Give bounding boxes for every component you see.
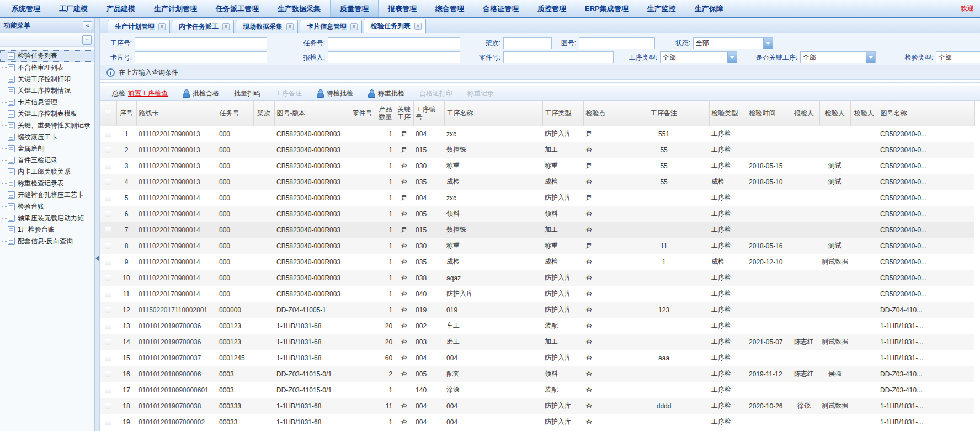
row-checkbox[interactable] <box>105 243 111 249</box>
special-batch-check-button[interactable]: 特检批检 <box>317 89 353 98</box>
nav-item-质量管理[interactable]: 质量管理 <box>330 0 379 17</box>
column-header-insp_type[interactable]: 检验类型 <box>709 101 747 126</box>
select-all-checkbox[interactable] <box>105 110 111 116</box>
batch-pass-button[interactable]: 批检合格 <box>183 89 219 98</box>
sidebar-item-金属磨削[interactable]: 金属磨削 <box>0 143 94 155</box>
table-row[interactable]: 301110220170900013000CB5823040-000R0031否… <box>100 158 974 174</box>
table-row[interactable]: 120115022017110002801000000DD-Z04-41005-… <box>100 302 974 318</box>
chevron-down-icon[interactable] <box>763 38 773 49</box>
table-row[interactable]: 150101012019070003700012451-1HB/1831-686… <box>100 350 974 366</box>
row-checkbox[interactable] <box>105 147 111 153</box>
column-header-op_code[interactable]: 工序编号 <box>413 101 444 126</box>
key-op-select[interactable]: 全部 <box>800 51 876 63</box>
tab-close-icon[interactable]: × <box>286 23 294 30</box>
route-card-link[interactable]: 01010120190700036 <box>139 322 201 330</box>
chevron-down-icon[interactable] <box>866 52 875 63</box>
op-no-input[interactable] <box>135 37 267 49</box>
table-row[interactable]: 101110220170900013000CB5823040-000R0031是… <box>100 126 974 142</box>
nav-item-生产保障[interactable]: 生产保障 <box>685 0 733 17</box>
route-card-link[interactable]: 01110220170900013 <box>139 162 200 170</box>
route-card-link[interactable]: 01110220170900014 <box>139 290 200 298</box>
sidebar-item-不合格审理列表[interactable]: 不合格审理列表 <box>0 62 94 73</box>
table-row[interactable]: 601110220170900014000CB5823040-000R0031否… <box>100 206 974 222</box>
column-header-op_remark[interactable]: 工序备注 <box>619 101 709 126</box>
route-card-link[interactable]: 01110220170900014 <box>139 210 200 218</box>
column-header-part_no[interactable]: 零件号 <box>343 101 375 126</box>
tab-close-icon[interactable]: × <box>350 23 358 30</box>
route-card-link[interactable]: 01110220170900013 <box>139 130 200 138</box>
table-row[interactable]: 201110220170900013000CB5823040-000R0031是… <box>100 142 974 158</box>
column-header-insp_time[interactable]: 检验时间 <box>747 101 789 126</box>
tab-close-icon[interactable]: × <box>414 23 422 30</box>
nav-item-ERP集成管理[interactable]: ERP集成管理 <box>576 0 638 17</box>
route-card-link[interactable]: 0101012018090000601 <box>139 386 209 394</box>
table-row[interactable]: 501110220170900014000CB5823040-000R0031是… <box>100 190 974 206</box>
column-header-reporter[interactable]: 报检人 <box>789 101 819 126</box>
route-card-link[interactable]: 01110220170900014 <box>139 258 200 266</box>
column-header-qty[interactable]: 产品数量 <box>375 101 395 126</box>
table-row[interactable]: 801110220170900014000CB5823040-000R0031否… <box>100 238 974 254</box>
column-header-inspector[interactable]: 检验人 <box>819 101 850 126</box>
splitter-arrow-icon[interactable] <box>95 256 99 261</box>
route-card-link[interactable]: 0115022017110002801 <box>139 306 207 314</box>
sidebar-item-称重检查记录表[interactable]: 称重检查记录表 <box>0 178 94 189</box>
column-header-check_point[interactable]: 检验点 <box>583 101 619 126</box>
route-card-link[interactable]: 01110220170900014 <box>139 274 200 282</box>
row-checkbox[interactable] <box>105 339 111 345</box>
table-row[interactable]: 1101110220170900014000CB5823040-000R0031… <box>100 286 974 302</box>
insp-type-select[interactable]: 全部 <box>936 51 980 63</box>
route-card-link[interactable]: 010101201807000002 <box>139 418 205 426</box>
row-checkbox[interactable] <box>105 355 111 361</box>
route-card-link[interactable]: 01110220170900014 <box>139 242 200 250</box>
route-card-link[interactable]: 01110220170900013 <box>139 146 200 154</box>
row-checkbox[interactable] <box>105 211 111 217</box>
sidebar-item-配套信息-反向查询[interactable]: 配套信息-反向查询 <box>0 236 94 247</box>
table-row[interactable]: 401110220170900013000CB5823040-000R0031否… <box>100 174 974 190</box>
sidebar-item-关键工序控制情况[interactable]: 关键工序控制情况 <box>0 85 94 97</box>
sidebar-item-关键工序控制表模板[interactable]: 关键工序控制表模板 <box>0 108 94 120</box>
row-checkbox[interactable] <box>105 419 111 425</box>
part-no-input[interactable] <box>503 51 614 63</box>
op-type-select[interactable]: 全部 <box>660 51 737 63</box>
sidebar-item-检验任务列表[interactable]: 检验任务列表 <box>0 50 94 62</box>
sidebar-splitter[interactable] <box>95 18 100 431</box>
drawing-no-input[interactable] <box>579 37 655 49</box>
route-card-link[interactable]: 01010120190700038 <box>139 402 201 410</box>
weigh-batch-check-button[interactable]: 称重批检 <box>368 89 404 98</box>
table-row[interactable]: 16010101201809000060003DD-Z03-41015-0/12… <box>100 366 974 382</box>
row-checkbox[interactable] <box>105 195 111 201</box>
table-row[interactable]: 14010101201907000360001231-1HB/1831-6820… <box>100 334 974 350</box>
table-row[interactable]: 19010101201807000002000331-1HB/1831-681否… <box>100 414 974 430</box>
row-checkbox[interactable] <box>105 323 111 329</box>
status-select[interactable]: 全部 <box>693 37 773 49</box>
tab-生产计划管理[interactable]: 生产计划管理× <box>108 20 170 33</box>
row-checkbox[interactable] <box>105 163 111 169</box>
card-no-input[interactable] <box>135 51 267 63</box>
sidebar-item-开缝衬套孔挤压工艺卡[interactable]: 开缝衬套孔挤压工艺卡 <box>0 189 94 201</box>
column-header-op_name[interactable]: 工序名称 <box>444 101 542 126</box>
nav-item-报表管理[interactable]: 报表管理 <box>379 0 426 17</box>
route-card-link[interactable]: 01010120190700037 <box>139 354 201 362</box>
route-card-link[interactable]: 01010120190700036 <box>139 338 201 346</box>
sidebar-item-关键工序控制打印[interactable]: 关键工序控制打印 <box>0 73 94 85</box>
row-checkbox[interactable] <box>105 387 111 393</box>
route-card-link[interactable]: 01110220170900013 <box>139 178 200 186</box>
column-header-batch[interactable]: 架次 <box>253 101 274 126</box>
nav-item-生产计划管理[interactable]: 生产计划管理 <box>145 0 206 17</box>
nav-item-质控管理[interactable]: 质控管理 <box>528 0 576 17</box>
pre-op-check-button[interactable]: 总检前置工序检查 <box>112 89 168 98</box>
sidebar-item-1厂检验台账[interactable]: 1厂检验台账 <box>0 224 94 236</box>
sidebar-item-检验台账[interactable]: 检验台账 <box>0 201 94 212</box>
row-checkbox[interactable] <box>105 179 111 185</box>
route-card-link[interactable]: 01010120180900006 <box>139 370 201 378</box>
row-checkbox[interactable] <box>105 307 111 313</box>
nav-item-综合管理[interactable]: 综合管理 <box>426 0 473 17</box>
row-checkbox[interactable] <box>105 371 111 377</box>
column-header-draw_ver[interactable]: 图号-版本 <box>274 101 343 126</box>
tab-内卡任务派工[interactable]: 内卡任务派工× <box>172 20 234 33</box>
column-header-task[interactable]: 任务号 <box>217 101 253 126</box>
task-no-input[interactable] <box>328 37 460 49</box>
row-checkbox[interactable] <box>105 275 111 281</box>
sidebar-item-螺纹滚压工卡[interactable]: 螺纹滚压工卡 <box>0 131 94 143</box>
route-card-link[interactable]: 01110220170900014 <box>139 226 200 234</box>
